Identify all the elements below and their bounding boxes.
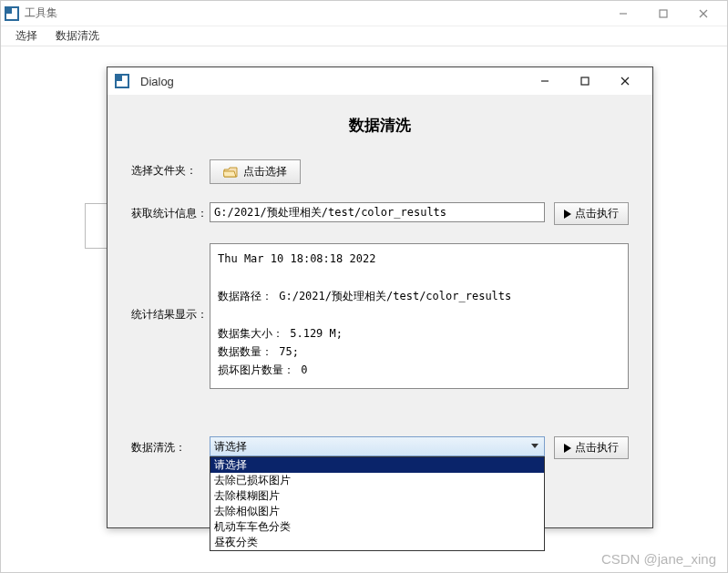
- combo-option[interactable]: 昼夜分类: [210, 535, 544, 550]
- dialog-heading: 数据清洗: [131, 115, 629, 136]
- svg-rect-5: [581, 77, 589, 85]
- row-result: 统计结果显示： Thu Mar 10 18:08:18 2022 数据路径： G…: [131, 243, 629, 389]
- combo-option[interactable]: 去除相似图片: [210, 504, 544, 519]
- menu-select[interactable]: 选择: [6, 26, 46, 46]
- dialog-window-controls: [525, 68, 645, 94]
- label-result: 统计结果显示：: [131, 243, 210, 322]
- dialog-body: 数据清洗 选择文件夹： 点击选择 获取统计信息： 点击执行: [108, 95, 652, 468]
- main-window: 工具集 选择 数据清洗 Dialog: [0, 0, 728, 573]
- menubar: 选择 数据清洗: [1, 26, 727, 46]
- dialog-app-icon: [115, 74, 129, 88]
- clean-execute-button[interactable]: 点击执行: [554, 436, 629, 459]
- combo-option[interactable]: 请选择: [210, 457, 544, 473]
- row-stats-info: 获取统计信息： 点击执行: [131, 202, 629, 225]
- main-titlebar: 工具集: [1, 1, 727, 26]
- main-window-controls: [603, 1, 723, 26]
- play-icon: [564, 210, 571, 219]
- clean-combobox-wrapper: 请选择 请选择 去除已损坏图片 去除模糊图片 去除相似图片 机动车车色分类 昼夜…: [210, 436, 545, 456]
- clean-combobox-value: 请选择: [214, 439, 247, 455]
- dialog-title: Dialog: [140, 75, 174, 88]
- chevron-down-icon: [531, 444, 538, 448]
- label-select-folder: 选择文件夹：: [131, 159, 210, 179]
- combo-option[interactable]: 去除模糊图片: [210, 488, 544, 504]
- dialog-minimize-button[interactable]: [525, 68, 565, 94]
- stats-execute-button-label: 点击执行: [575, 206, 619, 221]
- minimize-button[interactable]: [603, 1, 643, 26]
- stats-path-input[interactable]: [210, 202, 545, 222]
- row-select-folder: 选择文件夹： 点击选择: [131, 159, 629, 184]
- clean-combobox-dropdown: 请选择 去除已损坏图片 去除模糊图片 去除相似图片 机动车车色分类 昼夜分类: [210, 456, 545, 551]
- combo-option[interactable]: 去除已损坏图片: [210, 473, 544, 488]
- dialog-maximize-button[interactable]: [565, 68, 605, 94]
- row-data-clean: 数据清洗： 请选择 请选择 去除已损坏图片 去除模糊图片 去除相似图片 机动车车…: [131, 436, 629, 459]
- dialog-close-button[interactable]: [605, 68, 645, 94]
- label-stats-info: 获取统计信息：: [131, 202, 210, 221]
- label-data-clean: 数据清洗：: [131, 436, 210, 455]
- dialog-titlebar: Dialog: [108, 67, 652, 95]
- dialog-window: Dialog 数据清洗 选择文件夹：: [107, 67, 653, 528]
- close-button[interactable]: [683, 1, 723, 26]
- select-folder-button[interactable]: 点击选择: [210, 159, 301, 184]
- combo-option[interactable]: 机动车车色分类: [210, 519, 544, 535]
- main-title: 工具集: [25, 5, 57, 21]
- clean-execute-button-label: 点击执行: [575, 440, 619, 455]
- svg-rect-1: [660, 10, 667, 17]
- result-textarea[interactable]: Thu Mar 10 18:08:18 2022 数据路径： G:/2021/预…: [210, 243, 629, 389]
- watermark-text: CSDN @jane_xing: [601, 551, 716, 567]
- play-icon: [564, 444, 571, 453]
- maximize-button[interactable]: [643, 1, 683, 26]
- select-folder-button-label: 点击选择: [243, 164, 287, 179]
- folder-open-icon: [223, 167, 238, 178]
- stats-execute-button[interactable]: 点击执行: [554, 202, 629, 225]
- app-icon: [5, 6, 19, 21]
- clean-combobox[interactable]: 请选择: [210, 436, 545, 456]
- menu-data-clean[interactable]: 数据清洗: [46, 26, 108, 46]
